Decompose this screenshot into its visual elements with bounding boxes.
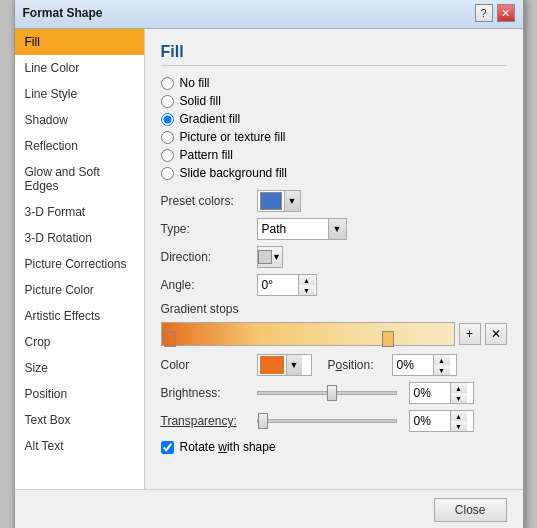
radio-no-fill-input[interactable] [161, 77, 174, 90]
remove-stop-icon: ✕ [491, 327, 501, 341]
add-stop-icon: + [466, 327, 473, 341]
sidebar-item-3d-rotation[interactable]: 3-D Rotation [15, 225, 144, 251]
dialog-title: Format Shape [23, 6, 103, 20]
brightness-row: Brightness: 0% ▲ ▼ [161, 382, 507, 404]
gradient-stops-label: Gradient stops [161, 302, 507, 316]
sidebar-item-alt-text[interactable]: Alt Text [15, 433, 144, 459]
radio-slide-background-input[interactable] [161, 167, 174, 180]
angle-spinner: 0° ▲ ▼ [257, 274, 317, 296]
gradient-track-container: + ✕ [161, 322, 507, 346]
gradient-track[interactable] [161, 322, 455, 346]
direction-button[interactable]: ▼ [257, 246, 283, 268]
sidebar-item-picture-corrections[interactable]: Picture Corrections [15, 251, 144, 277]
brightness-label: Brightness: [161, 386, 251, 400]
brightness-thumb[interactable] [327, 385, 337, 401]
position-spinner-up[interactable]: ▲ [434, 355, 450, 365]
sidebar-item-line-color[interactable]: Line Color [15, 55, 144, 81]
sidebar-item-shadow[interactable]: Shadow [15, 107, 144, 133]
position-spinner-arrows: ▲ ▼ [433, 355, 450, 375]
color-row: Color ▼ Position: 0% ▲ ▼ [161, 354, 507, 376]
transparency-thumb[interactable] [258, 413, 268, 429]
preset-colors-row: Preset colors: ▼ [161, 190, 507, 212]
sidebar-item-3d-format[interactable]: 3-D Format [15, 199, 144, 225]
sidebar-item-reflection[interactable]: Reflection [15, 133, 144, 159]
angle-spinner-up[interactable]: ▲ [299, 275, 315, 285]
transparency-spinner-down[interactable]: ▼ [451, 421, 467, 431]
angle-label: Angle: [161, 278, 251, 292]
transparency-slider[interactable] [257, 419, 397, 423]
title-bar: Format Shape ? ✕ [15, 0, 523, 29]
radio-gradient-fill-label: Gradient fill [180, 112, 241, 126]
title-buttons: ? ✕ [475, 4, 515, 22]
sidebar-item-line-style[interactable]: Line Style [15, 81, 144, 107]
preset-colors-dropdown[interactable]: ▼ [257, 190, 301, 212]
help-button[interactable]: ? [475, 4, 493, 22]
radio-pattern-fill: Pattern fill [161, 148, 507, 162]
sidebar: Fill Line Color Line Style Shadow Reflec… [15, 29, 145, 489]
rotate-with-shape-label: Rotate with shape [180, 440, 276, 454]
type-row: Type: Path ▼ [161, 218, 507, 240]
transparency-value: 0% [410, 414, 450, 428]
radio-pattern-fill-input[interactable] [161, 149, 174, 162]
type-value: Path [258, 222, 328, 236]
fill-type-radio-group: No fill Solid fill Gradient fill Picture… [161, 76, 507, 180]
radio-slide-background-label: Slide background fill [180, 166, 287, 180]
radio-solid-fill: Solid fill [161, 94, 507, 108]
fill-content-panel: Fill No fill Solid fill Gradient fill [145, 29, 523, 489]
transparency-spinner-up[interactable]: ▲ [451, 411, 467, 421]
sidebar-item-picture-color[interactable]: Picture Color [15, 277, 144, 303]
type-label: Type: [161, 222, 251, 236]
radio-pattern-fill-label: Pattern fill [180, 148, 233, 162]
color-label: Color [161, 358, 251, 372]
remove-gradient-stop-button[interactable]: ✕ [485, 323, 507, 345]
radio-gradient-fill-input[interactable] [161, 113, 174, 126]
brightness-spinner-down[interactable]: ▼ [451, 393, 467, 403]
sidebar-item-position[interactable]: Position [15, 381, 144, 407]
radio-picture-texture-input[interactable] [161, 131, 174, 144]
type-dropdown[interactable]: Path ▼ [257, 218, 347, 240]
radio-no-fill: No fill [161, 76, 507, 90]
sidebar-item-fill[interactable]: Fill [15, 29, 144, 55]
radio-picture-texture-label: Picture or texture fill [180, 130, 286, 144]
add-gradient-stop-button[interactable]: + [459, 323, 481, 345]
close-button[interactable]: Close [434, 498, 507, 522]
transparency-spinner-arrows: ▲ ▼ [450, 411, 467, 431]
angle-spinner-arrows: ▲ ▼ [298, 275, 315, 295]
radio-no-fill-label: No fill [180, 76, 210, 90]
sidebar-item-artistic-effects[interactable]: Artistic Effects [15, 303, 144, 329]
position-spinner: 0% ▲ ▼ [392, 354, 457, 376]
direction-row: Direction: ▼ [161, 246, 507, 268]
radio-solid-fill-input[interactable] [161, 95, 174, 108]
direction-label: Direction: [161, 250, 251, 264]
sidebar-item-size[interactable]: Size [15, 355, 144, 381]
color-dropdown-arrow-icon: ▼ [286, 355, 302, 375]
angle-value: 0° [258, 278, 298, 292]
transparency-label: Transparency: [161, 414, 251, 428]
direction-icon [258, 250, 272, 264]
radio-gradient-fill: Gradient fill [161, 112, 507, 126]
preset-colors-label: Preset colors: [161, 194, 251, 208]
sidebar-item-crop[interactable]: Crop [15, 329, 144, 355]
preset-color-swatch [260, 192, 282, 210]
rotate-with-shape-checkbox[interactable] [161, 441, 174, 454]
position-label: Position: [328, 358, 388, 372]
color-dropdown[interactable]: ▼ [257, 354, 312, 376]
sidebar-item-glow-soft-edges[interactable]: Glow and Soft Edges [15, 159, 144, 199]
radio-solid-fill-label: Solid fill [180, 94, 221, 108]
dialog-footer: Close [15, 489, 523, 528]
gradient-stop-right[interactable] [382, 331, 394, 347]
window-close-button[interactable]: ✕ [497, 4, 515, 22]
rotate-with-shape-row: Rotate with shape [161, 440, 507, 454]
sidebar-item-text-box[interactable]: Text Box [15, 407, 144, 433]
angle-spinner-down[interactable]: ▼ [299, 285, 315, 295]
panel-title: Fill [161, 43, 507, 66]
brightness-spinner: 0% ▲ ▼ [409, 382, 474, 404]
position-spinner-down[interactable]: ▼ [434, 365, 450, 375]
gradient-stop-left[interactable] [164, 331, 176, 347]
dialog-body: Fill Line Color Line Style Shadow Reflec… [15, 29, 523, 489]
direction-dropdown-arrow-icon: ▼ [272, 252, 281, 262]
radio-picture-texture-fill: Picture or texture fill [161, 130, 507, 144]
position-row: Position: 0% ▲ ▼ [328, 354, 457, 376]
brightness-slider[interactable] [257, 391, 397, 395]
brightness-spinner-up[interactable]: ▲ [451, 383, 467, 393]
